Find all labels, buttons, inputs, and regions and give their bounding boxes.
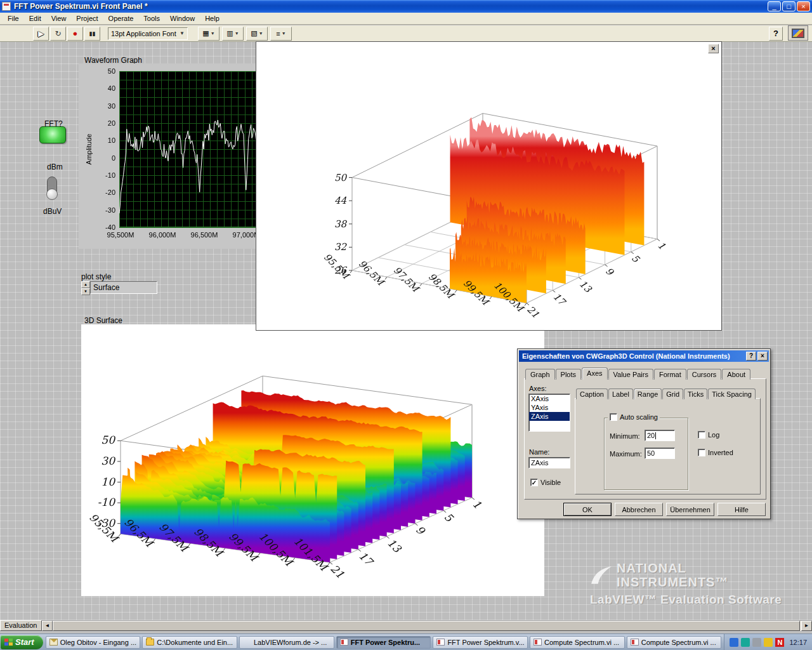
taskbar-item[interactable]: FFT Power Spektrum.v... <box>433 636 528 649</box>
scroll-right-icon[interactable]: ► <box>801 621 812 631</box>
axis-subtab[interactable]: Grid <box>662 388 683 399</box>
vi-icon <box>2 2 11 11</box>
log-checkbox[interactable] <box>698 431 705 439</box>
dialog-tab[interactable]: Cursors <box>687 369 722 380</box>
maximize-button[interactable]: □ <box>782 1 796 11</box>
pause-button[interactable]: ▮▮ <box>84 27 100 41</box>
evaluation-indicator[interactable]: Evaluation <box>0 620 42 631</box>
taskbar-item-icon <box>631 639 639 646</box>
dialog-tab[interactable]: Value Pairs <box>608 369 653 380</box>
dialog-tab[interactable]: Plots <box>556 369 581 380</box>
toggle-knob[interactable] <box>46 189 58 200</box>
menu-item[interactable]: Window <box>165 13 200 23</box>
close-button[interactable]: × <box>797 1 810 11</box>
font-selector[interactable]: 13pt Application Font ▼ <box>108 27 188 40</box>
axes-list-item[interactable]: ZAxis <box>529 412 570 421</box>
menu-item[interactable]: File <box>3 13 24 23</box>
dialog-tab[interactable]: About <box>722 369 750 380</box>
minimum-field[interactable]: 20 <box>645 430 675 441</box>
run-button[interactable]: ▶ <box>33 27 49 41</box>
ni-eagle-logo <box>590 565 613 585</box>
tray-n-icon[interactable]: N <box>775 638 784 647</box>
scrollbar-thumb[interactable] <box>53 621 800 631</box>
reorder-button[interactable]: ≡ ▼ <box>270 27 292 41</box>
spinner-down-icon[interactable]: ▼ <box>81 288 90 295</box>
dialog-button[interactable]: Abbrechen <box>615 503 663 516</box>
dialog-button[interactable]: OK <box>563 503 612 516</box>
axis-subtab[interactable]: Ticks <box>684 388 707 399</box>
taskbar-item[interactable]: FFT Power Spektru... <box>336 636 431 649</box>
plot-style-value[interactable]: Surface <box>90 281 157 294</box>
menu-item[interactable]: View <box>46 13 72 23</box>
dialog-button[interactable]: Hilfe <box>717 503 766 516</box>
tray-icon-1[interactable] <box>730 638 738 647</box>
reorder-icon: ≡ <box>276 30 280 37</box>
context-help-button[interactable]: ? <box>769 27 783 41</box>
menu-item[interactable]: Help <box>200 13 225 23</box>
start-button[interactable]: Start <box>1 635 43 649</box>
visible-checkbox[interactable]: ✓ <box>530 479 538 486</box>
dialog-titlebar[interactable]: Eigenschaften von CWGraph3D Control (Nat… <box>519 350 769 362</box>
plot-style-control[interactable]: ▲ ▼ Surface <box>81 281 157 294</box>
minimize-button[interactable]: _ <box>768 1 781 11</box>
waveform-canvas[interactable] <box>79 63 264 246</box>
axis-subtab[interactable]: Tick Spacing <box>708 388 756 399</box>
tray-icon-4[interactable] <box>764 638 773 647</box>
abort-button[interactable]: ● <box>67 27 83 41</box>
menu-item[interactable]: Tools <box>138 13 165 23</box>
dialog-tab[interactable]: Graph <box>525 369 555 380</box>
distribute-objects-button[interactable]: ▥ ▼ <box>222 27 244 41</box>
dialog-tab[interactable]: Format <box>654 369 686 380</box>
tray-icon-3[interactable] <box>752 638 761 647</box>
axis-subtab[interactable]: Caption <box>576 388 608 399</box>
fft-button[interactable] <box>39 126 66 143</box>
auto-scaling-checkbox-row[interactable]: Auto scaling <box>608 413 660 421</box>
menu-item[interactable]: Project <box>71 13 103 23</box>
properties-dialog[interactable]: Eigenschaften von CWGraph3D Control (Nat… <box>517 348 771 519</box>
dialog-tab[interactable]: Axes <box>582 368 607 380</box>
dialog-button[interactable]: Übernehmen <box>666 503 714 516</box>
auto-scaling-checkbox[interactable] <box>610 413 617 421</box>
taskbar-clock[interactable]: 12:17 <box>789 639 807 646</box>
dialog-close-button[interactable]: × <box>757 352 768 361</box>
surface3d-canvas[interactable] <box>81 324 544 596</box>
waveform-graph[interactable] <box>79 63 266 249</box>
horizontal-scrollbar[interactable]: ◄ ► <box>42 620 812 631</box>
axis-subtab[interactable]: Label <box>608 388 633 399</box>
float-3d-window[interactable]: × <box>256 41 722 331</box>
axes-list-item[interactable]: XAxis <box>529 394 570 403</box>
inverted-checkbox-row[interactable]: Inverted <box>698 449 733 456</box>
taskbar-item[interactable]: LabVIEWforum.de -> ... <box>239 636 334 649</box>
windows-flag-icon <box>4 639 13 646</box>
log-checkbox-row[interactable]: Log <box>698 431 719 439</box>
spinner-up-icon[interactable]: ▲ <box>81 281 90 288</box>
chevron-down-icon: ▼ <box>259 31 263 36</box>
menu-item[interactable]: Edit <box>24 13 46 23</box>
window-titlebar[interactable]: FFT Power Spektrum.vi Front Panel * _ □ … <box>0 0 812 13</box>
run-icon: ▶ <box>38 29 44 38</box>
axis-subtab[interactable]: Range <box>634 388 662 399</box>
scroll-left-icon[interactable]: ◄ <box>42 621 53 631</box>
visible-checkbox-row[interactable]: ✓ Visible <box>530 479 561 486</box>
run-continuous-button[interactable]: ↻ <box>50 27 66 41</box>
axes-list-item[interactable]: YAxis <box>529 403 570 412</box>
unit-toggle-switch[interactable] <box>47 176 57 199</box>
float3d-canvas[interactable] <box>257 43 721 329</box>
close-icon[interactable]: × <box>708 44 719 53</box>
surface-3d-graph[interactable] <box>81 324 544 596</box>
taskbar-item[interactable]: Oleg Obitov - Eingang ... <box>46 636 141 649</box>
inverted-checkbox[interactable] <box>698 449 705 456</box>
dialog-help-button[interactable]: ? <box>746 352 756 361</box>
name-field[interactable]: ZAxis <box>528 457 570 468</box>
align-objects-button[interactable]: ▦ ▼ <box>198 27 219 41</box>
taskbar-item[interactable]: C:\Dokumente und Ein... <box>142 636 237 649</box>
axes-listbox[interactable]: XAxisYAxisZAxis <box>528 394 570 432</box>
pause-icon: ▮▮ <box>89 30 96 37</box>
taskbar-item-icon <box>146 639 154 646</box>
taskbar-item[interactable]: Compute Spectrum.vi ... <box>627 636 722 649</box>
taskbar-item[interactable]: Compute Spectrum.vi ... <box>530 636 625 649</box>
maximum-field[interactable]: 50 <box>645 448 675 459</box>
tray-icon-2[interactable] <box>741 638 750 647</box>
resize-objects-button[interactable]: ▧ ▼ <box>246 27 268 41</box>
menu-item[interactable]: Operate <box>103 13 139 23</box>
